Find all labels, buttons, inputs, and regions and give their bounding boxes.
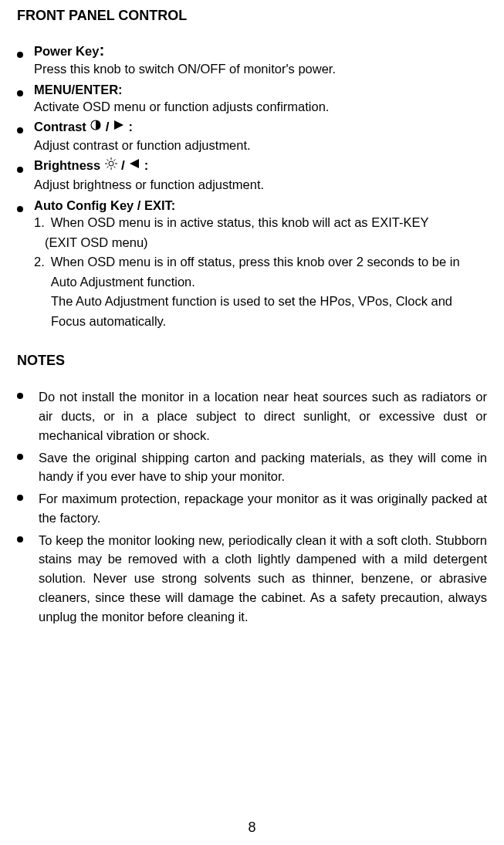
svg-line-8 [113, 167, 115, 168]
contrast-title: Contrast [34, 120, 86, 134]
auto-text-1b: (EXIT OSD menu) [45, 233, 487, 253]
bullet-icon [17, 393, 23, 399]
colon: : [99, 41, 104, 59]
list-number: 2. [34, 252, 45, 292]
notes-title: NOTES [17, 353, 487, 369]
list-number: 1. [34, 213, 45, 233]
item-menu: MENU/ENTER: Activate OSD menu or functio… [17, 83, 487, 117]
auto-text-1a: When OSD menu is in active status, this … [51, 213, 487, 233]
item-power: Power Key: Press this knob to switch ON/… [17, 41, 487, 79]
menu-title: MENU/ENTER: [34, 83, 123, 97]
svg-line-9 [107, 167, 108, 168]
bullet-icon [17, 127, 23, 134]
note-item: For maximum protection, repackage your m… [17, 489, 487, 528]
bullet-icon [17, 90, 23, 96]
slash: / [106, 120, 110, 134]
page-number: 8 [0, 820, 504, 836]
right-triangle-icon [113, 120, 125, 134]
contrast-icon [90, 119, 102, 134]
bullet-icon [17, 536, 23, 542]
bullet-icon [17, 454, 23, 460]
colon: : [144, 159, 149, 173]
bullet-icon [17, 495, 23, 501]
slash: / [121, 159, 125, 174]
auto-text-3: The Auto Adjustment function is used to … [51, 292, 487, 331]
brightness-body: Adjust brightness or function adjustment… [34, 175, 487, 195]
svg-marker-11 [130, 159, 139, 168]
note-item: Do not install the monitor in a location… [17, 387, 487, 444]
auto-body: 1. When OSD menu is in active status, th… [34, 213, 487, 331]
note-text: For maximum protection, repackage your m… [39, 489, 487, 528]
svg-line-10 [113, 160, 115, 161]
svg-point-2 [109, 161, 113, 166]
note-item: To keep the monitor looking new, periodi… [17, 531, 487, 627]
note-text: Save the original shipping carton and pa… [39, 448, 487, 487]
contrast-body: Adjust contrast or function adjustment. [34, 136, 487, 156]
notes-list: Do not install the monitor in a location… [17, 387, 487, 626]
svg-line-7 [107, 160, 108, 161]
item-brightness: Brightness [17, 158, 487, 195]
note-text: To keep the monitor looking new, periodi… [39, 531, 487, 627]
auto-text-2: When OSD menu is in off status, press th… [51, 252, 487, 292]
left-triangle-icon [128, 158, 140, 172]
item-auto: Auto Config Key / EXIT: 1. When OSD menu… [17, 198, 487, 331]
auto-title: Auto Config Key / EXIT: [34, 198, 175, 213]
bullet-icon [17, 52, 23, 58]
brightness-icon [104, 157, 118, 174]
item-contrast: Contrast / : Adjust contrast or function… [17, 120, 487, 155]
section-title: FRONT PANEL CONTROL [17, 8, 487, 24]
note-text: Do not install the monitor in a location… [39, 387, 487, 444]
front-panel-list: Power Key: Press this knob to switch ON/… [17, 41, 487, 331]
brightness-title: Brightness [34, 159, 100, 173]
power-title: Power Key [34, 44, 99, 58]
menu-body: Activate OSD menu or function adjusts co… [34, 97, 487, 117]
bullet-icon [17, 167, 23, 173]
note-item: Save the original shipping carton and pa… [17, 448, 487, 487]
bullet-icon [17, 206, 23, 212]
colon: : [128, 120, 133, 134]
power-body: Press this knob to switch ON/OFF of moni… [34, 59, 487, 79]
svg-marker-1 [114, 120, 123, 130]
